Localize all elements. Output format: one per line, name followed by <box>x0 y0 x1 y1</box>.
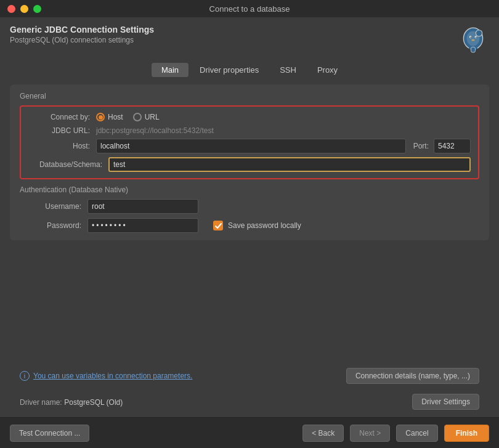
radio-group: Host URL <box>96 113 160 121</box>
driver-name-section: Driver name: PostgreSQL (Old) <box>20 397 123 407</box>
svg-point-7 <box>470 37 471 38</box>
info-icon: i <box>20 371 30 381</box>
save-password-label: Save password locally <box>228 221 301 230</box>
tab-ssh[interactable]: SSH <box>270 63 306 77</box>
save-password-group: Save password locally <box>213 221 301 230</box>
variables-link[interactable]: You can use variables in connection para… <box>33 372 192 380</box>
auth-section-label: Authentication (Database Native) <box>20 185 479 194</box>
footer: Test Connection ... < Back Next > Cancel… <box>0 417 499 448</box>
variables-info[interactable]: i You can use variables in connection pa… <box>20 371 192 381</box>
jdbc-url-label: JDBC URL: <box>28 126 90 135</box>
radio-url[interactable]: URL <box>133 113 160 121</box>
info-bar: i You can use variables in connection pa… <box>10 362 489 390</box>
host-row: Host: Port: <box>28 139 471 153</box>
svg-point-8 <box>476 37 477 38</box>
main-content: Generic JDBC Connection Settings Postgre… <box>0 17 499 417</box>
save-password-checkbox[interactable] <box>213 221 223 230</box>
test-connection-button[interactable]: Test Connection ... <box>10 425 89 442</box>
minimize-button[interactable] <box>20 5 28 13</box>
tab-driver-properties[interactable]: Driver properties <box>190 63 269 77</box>
connect-by-label: Connect by: <box>28 113 90 121</box>
footer-right: < Back Next > Cancel Finish <box>302 425 489 442</box>
port-label: Port: <box>413 142 429 150</box>
page-subtitle: PostgreSQL (Old) connection settings <box>10 36 154 44</box>
radio-url-label: URL <box>145 113 160 121</box>
auth-section: Authentication (Database Native) Usernam… <box>20 185 479 233</box>
connection-details-button[interactable]: Connection details (name, type, ...) <box>346 368 479 384</box>
db-schema-row: Database/Schema: <box>28 157 471 172</box>
connect-by-row: Connect by: Host URL <box>28 113 471 121</box>
host-label: Host: <box>28 142 90 150</box>
footer-left: Test Connection ... <box>10 425 89 442</box>
jdbc-url-row: JDBC URL: jdbc:postgresql://localhost:54… <box>28 126 471 135</box>
header: Generic JDBC Connection Settings Postgre… <box>10 25 489 57</box>
svg-point-9 <box>471 39 474 41</box>
postgresql-logo <box>457 25 489 57</box>
tab-main[interactable]: Main <box>152 63 189 77</box>
window-title: Connect to a database <box>209 4 290 14</box>
username-row: Username: <box>20 199 479 214</box>
connection-panel: General Connect by: Host URL <box>10 84 489 240</box>
tabs-bar: Main Driver properties SSH Proxy <box>10 63 489 77</box>
close-button[interactable] <box>7 5 15 13</box>
spacer <box>10 240 489 362</box>
driver-name-value: PostgreSQL (Old) <box>64 398 123 407</box>
driver-label: Driver name: <box>20 398 62 407</box>
driver-settings-button[interactable]: Driver Settings <box>412 394 479 410</box>
password-input[interactable] <box>87 218 198 233</box>
cancel-button[interactable]: Cancel <box>396 425 437 442</box>
username-label: Username: <box>20 202 81 211</box>
back-button[interactable]: < Back <box>302 425 344 442</box>
titlebar: Connect to a database <box>0 0 499 17</box>
header-text: Generic JDBC Connection Settings Postgre… <box>10 25 154 44</box>
db-schema-label: Database/Schema: <box>28 160 102 169</box>
page-title: Generic JDBC Connection Settings <box>10 25 154 35</box>
host-input[interactable] <box>96 139 406 153</box>
username-input[interactable] <box>87 199 198 214</box>
finish-button[interactable]: Finish <box>444 425 489 442</box>
maximize-button[interactable] <box>33 5 41 13</box>
tab-proxy[interactable]: Proxy <box>307 63 347 77</box>
radio-host-indicator[interactable] <box>96 113 105 121</box>
db-schema-input[interactable] <box>108 157 471 172</box>
window-controls <box>7 5 41 13</box>
general-section-label: General <box>20 92 479 100</box>
password-label: Password: <box>20 221 81 230</box>
svg-point-2 <box>476 30 482 36</box>
radio-url-indicator[interactable] <box>133 113 142 121</box>
next-button[interactable]: Next > <box>350 425 390 442</box>
connection-fields-group: Connect by: Host URL JDBC URL: jdbc:post… <box>20 105 479 179</box>
radio-host-label: Host <box>108 113 123 121</box>
port-input[interactable] <box>434 139 471 153</box>
radio-host[interactable]: Host <box>96 113 123 121</box>
password-row: Password: Save password locally <box>20 218 479 233</box>
jdbc-url-value: jdbc:postgresql://localhost:5432/test <box>96 126 214 135</box>
driver-bar: Driver name: PostgreSQL (Old) Driver Set… <box>10 390 489 417</box>
svg-rect-4 <box>471 47 476 52</box>
